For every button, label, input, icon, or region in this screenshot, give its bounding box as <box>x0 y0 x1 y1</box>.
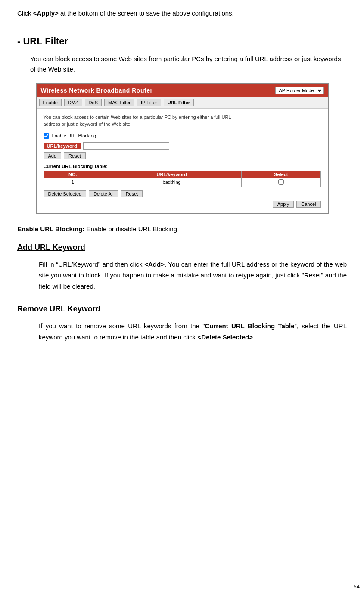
apply-cancel-row: Apply Cancel <box>44 201 321 208</box>
url-filter-title: - URL Filter <box>17 36 347 47</box>
router-nav: Enable DMZ DoS MAC Filter IP Filter URL … <box>37 97 328 109</box>
enable-url-blocking-label: Enable URL Blocking <box>52 133 96 138</box>
enable-url-blocking-desc-text: Enable or disable URL Blocking <box>84 225 177 233</box>
url-keyword-row: URL/keyword <box>44 142 321 150</box>
reset-button[interactable]: Reset <box>64 152 86 159</box>
row-no: 1 <box>44 178 102 187</box>
enable-url-blocking-checkbox[interactable] <box>44 133 49 139</box>
nav-dmz[interactable]: DMZ <box>64 99 82 106</box>
col-no: NO. <box>44 171 102 178</box>
page-number: 54 <box>354 583 360 590</box>
router-ui-screenshot: Wireless Network Broadband Router AP Rou… <box>36 83 329 214</box>
router-desc: You can block access to certain Web site… <box>44 114 321 128</box>
remove-url-keyword-section: Remove URL Keyword If you want to remove… <box>17 305 347 342</box>
delete-all-button[interactable]: Delete All <box>89 190 118 197</box>
nav-url-filter[interactable]: URL Filter <box>164 99 194 106</box>
row-select-checkbox[interactable] <box>278 179 284 185</box>
url-keyword-input[interactable] <box>83 142 169 150</box>
intro-text-before: Click <box>17 9 33 17</box>
remove-url-keyword-title: Remove URL Keyword <box>17 305 347 314</box>
table-title: Current URL Blocking Table: <box>44 164 321 169</box>
apply-button[interactable]: Apply <box>273 201 294 208</box>
url-blocking-table: NO. URL/keyword Select 1 badthing <box>44 171 321 187</box>
add-button[interactable]: Add <box>44 152 62 159</box>
router-header: Wireless Network Broadband Router AP Rou… <box>37 84 328 97</box>
delete-selected-button[interactable]: Delete Selected <box>44 190 87 197</box>
add-body-part1: Fill in “URL/Keyword” and then click <box>39 261 144 268</box>
add-url-keyword-title: Add URL Keyword <box>17 243 347 252</box>
router-header-title: Wireless Network Broadband Router <box>41 87 153 94</box>
add-body-bold: <Add> <box>144 261 165 268</box>
intro-text-after: at the bottom of the screen to save the … <box>59 9 234 17</box>
col-select: Select <box>242 171 320 178</box>
cancel-button[interactable]: Cancel <box>296 201 320 208</box>
nav-ip-filter[interactable]: IP Filter <box>137 99 161 106</box>
row-keyword: badthing <box>102 178 242 187</box>
ap-router-mode-select[interactable]: AP Router Mode <box>275 87 324 94</box>
url-keyword-label: URL/keyword <box>44 143 81 149</box>
nav-mac-filter[interactable]: MAC Filter <box>104 99 134 106</box>
remove-body-part1: If you want to remove some URL keywords … <box>39 322 205 330</box>
table-action-row: Delete Selected Delete All Reset <box>44 190 321 197</box>
nav-enable[interactable]: Enable <box>39 99 62 106</box>
remove-body-part3: . <box>253 333 255 341</box>
add-url-keyword-body: Fill in “URL/Keyword” and then click <Ad… <box>39 259 347 292</box>
remove-body-delete-bold: <Delete Selected> <box>198 333 253 341</box>
remove-url-keyword-body: If you want to remove some URL keywords … <box>39 320 347 342</box>
url-filter-description: You can block access to some Web sites f… <box>30 54 347 75</box>
add-url-keyword-section: Add URL Keyword Fill in “URL/Keyword” an… <box>17 243 347 292</box>
router-desc-line2: address or just a keyword of the Web sit… <box>44 121 131 127</box>
enable-url-blocking-row: Enable URL Blocking <box>44 133 321 139</box>
url-filter-section: - URL Filter You can block access to som… <box>17 36 347 343</box>
intro-paragraph: Click <Apply> at the bottom of the scree… <box>17 9 347 19</box>
apply-bold: <Apply> <box>33 9 59 17</box>
add-reset-btn-row: Add Reset <box>44 152 321 159</box>
table-reset-button[interactable]: Reset <box>121 190 143 197</box>
enable-url-blocking-bold-label: Enable URL Blocking: <box>17 225 84 233</box>
table-row: 1 badthing <box>44 178 320 187</box>
col-keyword: URL/keyword <box>102 171 242 178</box>
router-desc-line1: You can block access to certain Web site… <box>44 115 231 120</box>
nav-dos[interactable]: DoS <box>85 99 102 106</box>
row-select-cell <box>242 178 320 187</box>
router-body: You can block access to certain Web site… <box>37 109 328 213</box>
enable-url-blocking-desc: Enable URL Blocking: Enable or disable U… <box>17 224 347 234</box>
remove-body-bold: Current URL Blocking Table <box>205 322 294 330</box>
